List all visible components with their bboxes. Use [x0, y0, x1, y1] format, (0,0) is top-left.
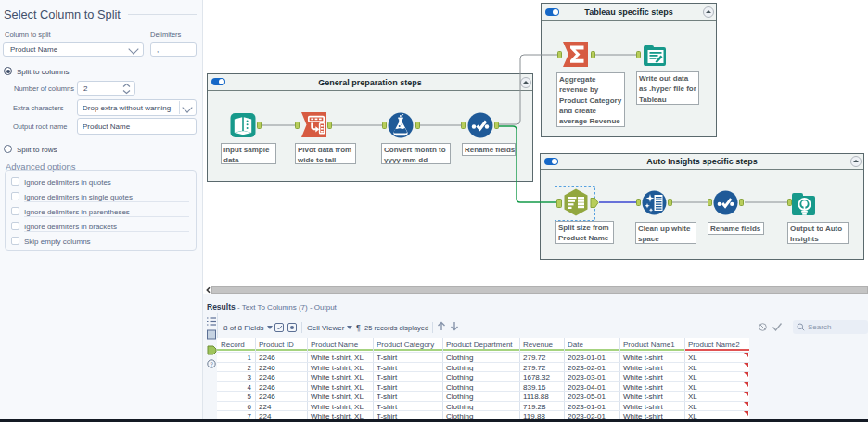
svg-text:?: ? — [210, 361, 213, 367]
